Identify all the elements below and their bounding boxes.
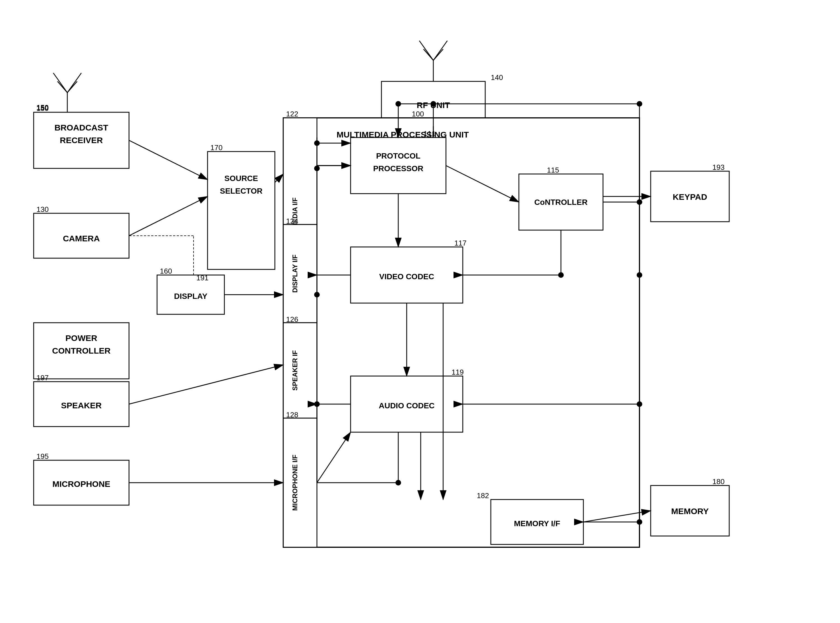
svg-text:140: 140 <box>491 73 503 82</box>
svg-text:DISPLAY: DISPLAY <box>174 292 208 301</box>
svg-text:126: 126 <box>286 315 298 324</box>
svg-text:AUDIO CODEC: AUDIO CODEC <box>379 401 435 410</box>
ref-191: 191 <box>196 274 208 282</box>
svg-text:MICROPHONE: MICROPHONE <box>52 479 110 489</box>
svg-text:180: 180 <box>712 477 724 486</box>
svg-text:100: 100 <box>412 110 424 118</box>
svg-text:CoNTROLLER: CoNTROLLER <box>534 198 588 207</box>
svg-point-159 <box>314 166 320 171</box>
svg-line-74 <box>67 81 77 93</box>
svg-line-102 <box>424 49 433 60</box>
svg-text:130: 130 <box>37 205 49 213</box>
svg-text:SPEAKER IF: SPEAKER IF <box>291 350 299 391</box>
svg-text:PROCESSOR: PROCESSOR <box>373 164 424 173</box>
svg-line-103 <box>433 49 443 60</box>
svg-text:117: 117 <box>454 239 467 247</box>
svg-point-160 <box>314 292 320 298</box>
svg-text:124: 124 <box>286 217 298 226</box>
svg-text:VIDEO CODEC: VIDEO CODEC <box>379 272 434 281</box>
svg-text:122: 122 <box>286 110 298 118</box>
svg-rect-113 <box>283 224 317 323</box>
svg-text:SELECTOR: SELECTOR <box>220 187 263 195</box>
svg-text:160: 160 <box>160 267 172 275</box>
svg-text:SOURCE: SOURCE <box>224 174 258 183</box>
svg-text:195: 195 <box>37 452 49 460</box>
svg-text:MEMORY: MEMORY <box>671 506 709 516</box>
block-diagram: BROADCAST RECEIVER 150 CAMERA 130 POWER … <box>0 0 840 623</box>
svg-text:BROADCAST: BROADCAST <box>54 123 108 132</box>
svg-point-185 <box>637 519 642 525</box>
svg-line-73 <box>58 81 67 93</box>
svg-text:KEYPAD: KEYPAD <box>673 192 707 201</box>
svg-text:MICROPHONE I/F: MICROPHONE I/F <box>291 455 299 511</box>
svg-rect-119 <box>283 418 317 547</box>
svg-point-189 <box>395 101 401 107</box>
svg-point-178 <box>637 401 642 407</box>
svg-text:POWER: POWER <box>65 333 97 343</box>
svg-text:SPEAKER: SPEAKER <box>61 401 101 410</box>
svg-rect-110 <box>283 118 317 224</box>
svg-line-150 <box>129 365 283 404</box>
svg-rect-86 <box>208 152 275 269</box>
svg-text:128: 128 <box>286 411 298 419</box>
svg-text:CONTROLLER: CONTROLLER <box>52 346 111 355</box>
svg-text:PROTOCOL: PROTOCOL <box>376 152 421 160</box>
svg-line-144 <box>129 140 208 180</box>
svg-line-146 <box>275 174 283 183</box>
page: BROADCAST RECEIVER 150 CAMERA 130 POWER … <box>0 0 840 623</box>
svg-text:182: 182 <box>477 491 489 500</box>
svg-text:197: 197 <box>37 373 49 382</box>
svg-point-191 <box>314 140 320 146</box>
svg-text:170: 170 <box>210 143 222 152</box>
svg-point-172 <box>637 199 642 205</box>
svg-text:CAMERA: CAMERA <box>63 234 100 243</box>
svg-text:RECEIVER: RECEIVER <box>60 135 103 145</box>
svg-text:DISPLAY I/F: DISPLAY I/F <box>291 255 299 293</box>
svg-text:MEMORY I/F: MEMORY I/F <box>514 519 560 528</box>
svg-line-145 <box>129 196 208 236</box>
svg-text:193: 193 <box>712 163 724 172</box>
svg-text:115: 115 <box>547 166 559 174</box>
svg-text:119: 119 <box>451 368 464 376</box>
ref-150: 150 <box>37 103 49 112</box>
svg-text:111: 111 <box>424 129 436 138</box>
svg-rect-116 <box>283 323 317 418</box>
svg-point-193 <box>637 101 642 107</box>
